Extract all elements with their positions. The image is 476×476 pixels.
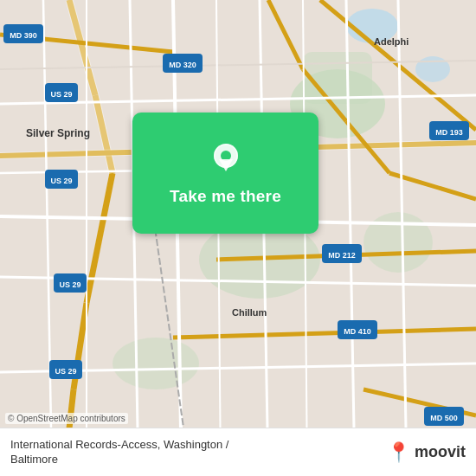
place-info: International Records-Access, Washington… bbox=[10, 438, 387, 467]
copyright-notice: © OpenStreetMap contributors bbox=[5, 413, 128, 424]
svg-text:US 29: US 29 bbox=[55, 367, 76, 376]
moovit-logo-text: moovit bbox=[415, 443, 466, 461]
svg-point-4 bbox=[363, 212, 433, 273]
take-me-there-label: Take me there bbox=[170, 187, 281, 206]
moovit-logo: 📍 moovit bbox=[387, 441, 466, 464]
svg-point-7 bbox=[415, 56, 450, 82]
svg-text:US 29: US 29 bbox=[59, 280, 80, 289]
place-name-line1: International Records-Access, Washington… bbox=[10, 438, 387, 453]
svg-point-3 bbox=[113, 338, 199, 389]
svg-text:Silver Spring: Silver Spring bbox=[26, 127, 90, 139]
moovit-pin-icon: 📍 bbox=[387, 441, 410, 464]
svg-text:MD 320: MD 320 bbox=[169, 61, 196, 69]
take-me-there-button[interactable]: Take me there bbox=[132, 113, 318, 234]
svg-text:US 29: US 29 bbox=[50, 90, 72, 99]
map-background: Silver Spring Adelphi Chillum US 29 US 2… bbox=[0, 0, 476, 476]
svg-text:Chillum: Chillum bbox=[232, 307, 267, 318]
svg-text:Adelphi: Adelphi bbox=[374, 36, 408, 47]
svg-text:MD 193: MD 193 bbox=[435, 128, 463, 137]
place-name-line2: Baltimore bbox=[10, 453, 387, 467]
svg-text:MD 212: MD 212 bbox=[328, 251, 356, 260]
bottom-bar: International Records-Access, Washington… bbox=[0, 428, 476, 476]
svg-text:MD 390: MD 390 bbox=[10, 31, 37, 40]
svg-text:MD 500: MD 500 bbox=[430, 414, 458, 422]
location-pin-icon bbox=[207, 140, 245, 178]
map-container: Silver Spring Adelphi Chillum US 29 US 2… bbox=[0, 0, 476, 476]
svg-text:US 29: US 29 bbox=[50, 177, 72, 185]
svg-text:MD 410: MD 410 bbox=[344, 327, 371, 336]
